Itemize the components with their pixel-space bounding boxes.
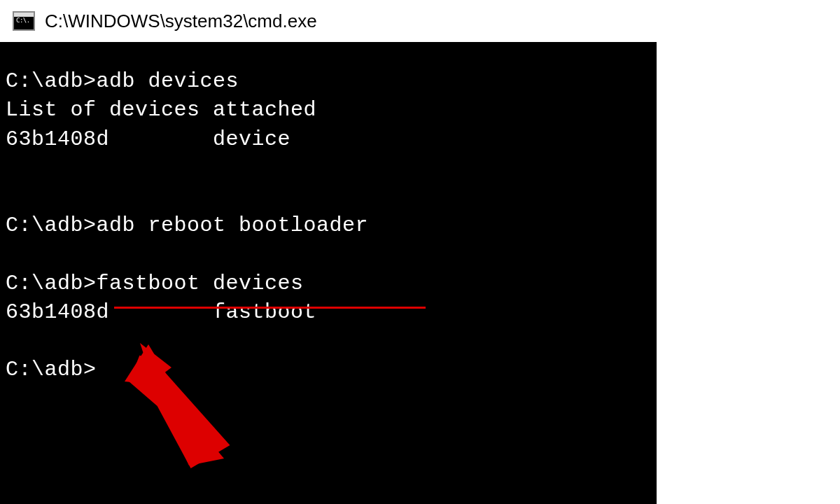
terminal-line: C:\adb>adb devices (6, 67, 657, 96)
terminal-line: 63b1408d device (6, 125, 657, 154)
window-title: C:\WINDOWS\system32\cmd.exe (45, 10, 317, 32)
terminal-blank (6, 327, 657, 356)
terminal-line: List of devices attached (6, 96, 657, 125)
terminal-line: C:\adb>fastboot devices (6, 270, 657, 298)
annotation-underline (114, 307, 426, 309)
terminal-output[interactable]: C:\adb>adb devices List of devices attac… (0, 42, 657, 504)
cmd-icon-glyph: C:\. (16, 17, 30, 24)
cmd-icon: C:\. (13, 11, 35, 31)
terminal-blank (6, 183, 657, 211)
terminal-line: 63b1408d fastboot (6, 298, 657, 327)
terminal-blank (6, 241, 657, 270)
terminal-line: C:\adb>adb reboot bootloader (6, 211, 657, 240)
window-titlebar: C:\. C:\WINDOWS\system32\cmd.exe (0, 0, 840, 42)
terminal-line: C:\adb> (6, 356, 657, 384)
terminal-blank (6, 154, 657, 183)
